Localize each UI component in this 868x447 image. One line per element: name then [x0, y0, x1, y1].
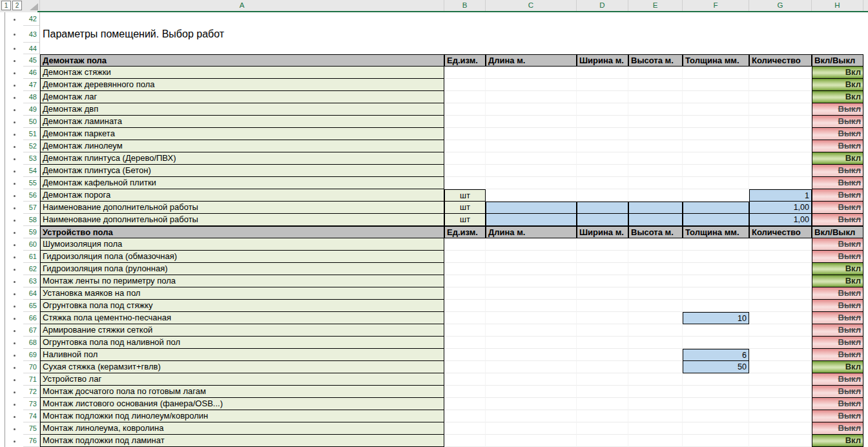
cell-E49[interactable] [628, 103, 683, 116]
row-header-74[interactable]: 74 [23, 410, 39, 422]
cell-D60[interactable] [577, 238, 628, 251]
cell-F71[interactable] [683, 373, 749, 386]
row-header-67[interactable]: 67 [23, 324, 39, 337]
cell-A46[interactable]: Демонтаж стяжки [40, 67, 444, 79]
cell-A73[interactable]: Монтаж листового основания (фанера/OSB..… [40, 398, 444, 410]
cell-C47[interactable] [486, 79, 577, 91]
cell-D67[interactable] [577, 324, 628, 337]
toggle-cell-H55[interactable]: Выкл [812, 177, 863, 189]
cell-A53[interactable]: Демонтаж плинтуса (Дерево/ПВХ) [40, 152, 444, 165]
cell-A65[interactable]: Огрунтовка пола под стяжку [40, 300, 444, 312]
column-header-B[interactable]: B [444, 0, 486, 11]
cell-F75[interactable] [683, 422, 749, 435]
column-header-E[interactable]: E [628, 0, 683, 11]
cell-G67[interactable] [749, 324, 812, 337]
cell-B52[interactable] [444, 140, 486, 152]
toggle-cell-H69[interactable]: Выкл [812, 349, 863, 361]
cell-D45[interactable]: Ширина м. [577, 54, 628, 67]
cell-B54[interactable] [444, 165, 486, 177]
cell-F47[interactable] [683, 79, 749, 91]
cell-D71[interactable] [577, 373, 628, 386]
cell-D63[interactable] [577, 275, 628, 287]
cell-D66[interactable] [577, 312, 628, 324]
cell-B48[interactable] [444, 91, 486, 103]
cell-B66[interactable] [444, 312, 486, 324]
toggle-cell-H75[interactable]: Выкл [812, 422, 863, 435]
cell-G73[interactable] [749, 398, 812, 410]
toggle-cell-H52[interactable]: Выкл [812, 140, 863, 152]
cell-G49[interactable] [749, 103, 812, 116]
cell-A61[interactable]: Гидроизоляция пола (обмазочная) [40, 251, 444, 263]
cell-A52[interactable]: Демонтаж линолеум [40, 140, 444, 152]
cell-E47[interactable] [628, 79, 683, 91]
column-header-H[interactable]: H [812, 0, 863, 11]
cell-C61[interactable] [486, 251, 577, 263]
cell-E60[interactable] [628, 238, 683, 251]
cell-E50[interactable] [628, 116, 683, 128]
cell-F54[interactable] [683, 165, 749, 177]
cell-B70[interactable] [444, 361, 486, 373]
row-header-58[interactable]: 58 [23, 214, 39, 226]
cell-G63[interactable] [749, 275, 812, 287]
cell-B62[interactable] [444, 263, 486, 275]
toggle-cell-H68[interactable]: Выкл [812, 337, 863, 349]
cell-C48[interactable] [486, 91, 577, 103]
cell-F57[interactable] [683, 202, 749, 214]
cell-E58[interactable] [628, 214, 683, 226]
row-header-59[interactable]: 59 [23, 226, 39, 238]
cell-F64[interactable] [683, 287, 749, 300]
cell-D55[interactable] [577, 177, 628, 189]
cell-E70[interactable] [628, 361, 683, 373]
row-header-56[interactable]: 56 [23, 189, 39, 202]
cell-C63[interactable] [486, 275, 577, 287]
cell-G53[interactable] [749, 152, 812, 165]
cell-D56[interactable] [577, 189, 628, 202]
row-header-61[interactable]: 61 [23, 251, 39, 263]
row-header-57[interactable]: 57 [23, 202, 39, 214]
row-header-42[interactable]: 42 [23, 12, 39, 26]
cell-G69[interactable] [749, 349, 812, 361]
cell-C64[interactable] [486, 287, 577, 300]
cell-D50[interactable] [577, 116, 628, 128]
cell-C67[interactable] [486, 324, 577, 337]
row-header-50[interactable]: 50 [23, 116, 39, 128]
cell-A75[interactable]: Монтаж линолеума, ковролина [40, 422, 444, 435]
cell-G71[interactable] [749, 373, 812, 386]
cell-F63[interactable] [683, 275, 749, 287]
cell-E57[interactable] [628, 202, 683, 214]
cell-G76[interactable] [749, 435, 812, 447]
cell-C52[interactable] [486, 140, 577, 152]
cell-B49[interactable] [444, 103, 486, 116]
cell-E65[interactable] [628, 300, 683, 312]
cell-F73[interactable] [683, 398, 749, 410]
toggle-cell-H73[interactable]: Выкл [812, 398, 863, 410]
cell-G45[interactable]: Количество [749, 54, 812, 67]
cell-G70[interactable] [749, 361, 812, 373]
cell-D51[interactable] [577, 128, 628, 140]
cell-A72[interactable]: Монтаж досчатого пола по готовым лагам [40, 386, 444, 398]
cell-D46[interactable] [577, 67, 628, 79]
cell-E53[interactable] [628, 152, 683, 165]
cell-D68[interactable] [577, 337, 628, 349]
cell-E52[interactable] [628, 140, 683, 152]
cell-B57[interactable]: шт [444, 202, 486, 214]
cell-G65[interactable] [749, 300, 812, 312]
cell-C68[interactable] [486, 337, 577, 349]
row-header-69[interactable]: 69 [23, 349, 39, 361]
toggle-cell-H76[interactable]: Вкл [812, 435, 863, 447]
cell-F56[interactable] [683, 189, 749, 202]
cell-E69[interactable] [628, 349, 683, 361]
cell-A64[interactable]: Установка маяков на пол [40, 287, 444, 300]
row-header-43[interactable]: 43 [23, 26, 39, 43]
row-header-70[interactable]: 70 [23, 361, 39, 373]
row-header-45[interactable]: 45 [23, 54, 39, 67]
cell-F45[interactable]: Толщина мм. [683, 54, 749, 67]
row-header-51[interactable]: 51 [23, 128, 39, 140]
cell-G64[interactable] [749, 287, 812, 300]
row-header-63[interactable]: 63 [23, 275, 39, 287]
cell-E74[interactable] [628, 410, 683, 422]
cell-F62[interactable] [683, 263, 749, 275]
cell-G60[interactable] [749, 238, 812, 251]
cell-B65[interactable] [444, 300, 486, 312]
row-header-53[interactable]: 53 [23, 152, 39, 165]
